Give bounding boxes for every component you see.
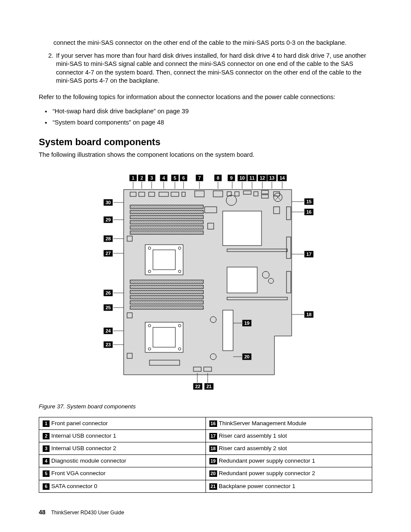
- svg-rect-38: [145, 322, 183, 352]
- legend-num: 1: [43, 420, 50, 427]
- book-title: ThinkServer RD430 User Guide: [51, 510, 124, 516]
- legend-text: Internal USB connector 2: [51, 445, 116, 451]
- svg-text:13: 13: [269, 175, 274, 180]
- step-1-continuation: connect the mini-SAS connector on the ot…: [53, 39, 346, 46]
- refer-bullet-1: “Hot-swap hard disk drive backplane” on …: [53, 108, 189, 115]
- table-row: 4Diagnostic module connector19Redundant …: [39, 455, 372, 467]
- svg-rect-22: [130, 226, 203, 229]
- legend-num: 18: [209, 445, 217, 452]
- svg-text:22: 22: [195, 384, 200, 389]
- legend-text: Riser card assembly 2 slot: [219, 445, 287, 451]
- svg-text:16: 16: [306, 209, 311, 215]
- svg-rect-35: [130, 301, 203, 304]
- svg-rect-23: [130, 231, 203, 234]
- section-heading: System board components: [39, 136, 372, 149]
- legend-num: 2: [43, 433, 50, 439]
- svg-text:26: 26: [106, 290, 111, 296]
- svg-text:27: 27: [106, 251, 111, 256]
- table-row: 2Internal USB connector 117Riser card as…: [39, 429, 372, 442]
- refer-bullet-2: “System board components” on page 48: [53, 119, 164, 126]
- svg-text:24: 24: [106, 328, 111, 333]
- legend-text: Diagnostic module connector: [51, 457, 126, 464]
- refer-bullet-list: “Hot-swap hard disk drive backplane” on …: [39, 107, 372, 127]
- legend-text: Front VGA connector: [51, 470, 106, 476]
- svg-text:21: 21: [206, 384, 212, 389]
- page-number: 48: [39, 509, 46, 516]
- svg-text:6: 6: [182, 175, 185, 180]
- svg-rect-52: [227, 267, 257, 293]
- legend-num: 19: [209, 458, 217, 464]
- legend-text: ThinkServer Management Module: [219, 420, 306, 426]
- legend-text: SATA connector 0: [51, 483, 97, 489]
- svg-text:15: 15: [306, 199, 311, 204]
- svg-text:17: 17: [306, 252, 311, 257]
- legend-num: 5: [43, 470, 50, 477]
- legend-num: 17: [209, 433, 217, 439]
- legend-num: 4: [43, 458, 50, 464]
- svg-text:5: 5: [174, 175, 176, 180]
- legend-text: Internal USB connector 1: [51, 432, 116, 439]
- svg-text:8: 8: [217, 175, 219, 180]
- svg-text:19: 19: [244, 320, 249, 326]
- svg-rect-36: [130, 306, 203, 309]
- page-footer: 48 ThinkServer RD430 User Guide: [39, 508, 372, 516]
- svg-text:23: 23: [106, 342, 111, 347]
- svg-text:29: 29: [106, 217, 111, 222]
- legend-num: 16: [209, 420, 217, 427]
- legend-text: Redundant power supply connector 1: [219, 457, 315, 464]
- figure-caption: Figure 37. System board components: [39, 403, 372, 411]
- svg-rect-47: [223, 211, 262, 246]
- svg-rect-32: [130, 285, 203, 289]
- svg-rect-31: [130, 280, 203, 283]
- table-row: 3Internal USB connector 218Riser card as…: [39, 442, 372, 454]
- system-board-figure: 1234567891011121314 15161718 30292827262…: [39, 168, 372, 399]
- svg-text:1: 1: [132, 175, 134, 180]
- svg-rect-33: [130, 290, 203, 294]
- svg-text:30: 30: [106, 200, 111, 205]
- svg-text:3: 3: [150, 175, 153, 180]
- svg-text:18: 18: [306, 312, 311, 317]
- legend-text: Redundant power supply connector 2: [219, 470, 315, 476]
- legend-text: Backplane power connector 1: [219, 483, 296, 489]
- svg-rect-25: [145, 245, 183, 275]
- legend-text: Front panel connector: [51, 420, 108, 426]
- svg-rect-34: [130, 296, 203, 299]
- svg-text:11: 11: [249, 175, 255, 180]
- table-row: 6SATA connector 021Backplane power conne…: [39, 480, 372, 492]
- svg-text:10: 10: [240, 175, 245, 180]
- svg-text:28: 28: [106, 236, 111, 241]
- step-2-text: If your server has more than four hard d…: [56, 52, 366, 84]
- svg-rect-18: [130, 205, 203, 208]
- refer-paragraph: Refer to the following topics for inform…: [39, 93, 372, 102]
- svg-text:4: 4: [162, 175, 165, 180]
- numbered-steps: connect the mini-SAS connector on the ot…: [39, 39, 372, 85]
- svg-rect-19: [130, 210, 203, 214]
- legend-text: Riser card assembly 1 slot: [219, 432, 287, 439]
- svg-rect-21: [130, 221, 203, 224]
- section-intro: The following illustration shows the com…: [39, 151, 372, 159]
- svg-rect-20: [130, 215, 203, 219]
- legend-num: 21: [209, 483, 217, 490]
- svg-text:20: 20: [244, 354, 249, 359]
- svg-text:25: 25: [106, 305, 111, 310]
- svg-text:9: 9: [230, 175, 233, 180]
- legend-num: 20: [209, 470, 217, 477]
- svg-text:14: 14: [280, 175, 285, 180]
- table-row: 1Front panel connector16ThinkServer Mana…: [39, 417, 372, 429]
- svg-text:12: 12: [260, 175, 265, 180]
- legend-num: 3: [43, 445, 50, 452]
- component-legend-table: 1Front panel connector16ThinkServer Mana…: [39, 417, 372, 493]
- svg-rect-57: [223, 310, 233, 351]
- legend-num: 6: [43, 483, 50, 490]
- svg-text:7: 7: [198, 175, 201, 180]
- table-row: 5Front VGA connector20Redundant power su…: [39, 467, 372, 480]
- svg-text:2: 2: [140, 175, 143, 180]
